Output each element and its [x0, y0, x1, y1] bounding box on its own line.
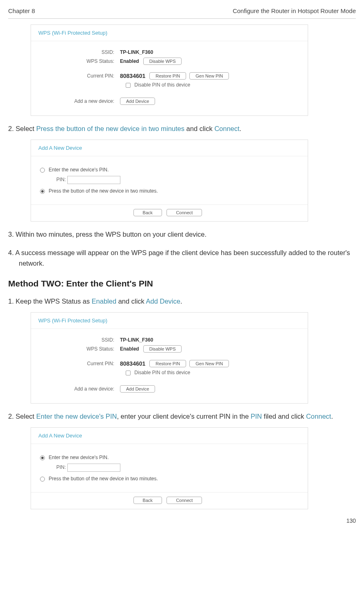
- disable-wps-button[interactable]: Disable WPS: [143, 58, 182, 65]
- radio-press-button-2[interactable]: [40, 477, 45, 482]
- add-device-label: Add a new device:: [38, 98, 120, 104]
- disable-wps-button-2[interactable]: Disable WPS: [143, 345, 182, 353]
- wps-status-label: WPS Status:: [38, 58, 120, 64]
- add-device-panel-2: Add A New Device Enter the new device's …: [31, 427, 308, 509]
- highlight-enter-pin: Enter the new device's PIN: [36, 413, 117, 420]
- connect-button-2[interactable]: Connect: [166, 497, 202, 504]
- disable-pin-checkbox[interactable]: [126, 83, 131, 88]
- ssid-label-2: SSID:: [38, 337, 120, 343]
- opt-press-button-label-2: Press the button of the new device in tw…: [49, 476, 158, 482]
- highlight-add-device: Add Device: [146, 297, 180, 305]
- highlight-connect: Connect: [214, 125, 239, 132]
- pin-input-2[interactable]: [67, 464, 120, 472]
- highlight-connect-2: Connect: [306, 413, 331, 420]
- opt-enter-pin-label: Enter the new device's PIN.: [49, 167, 109, 173]
- ssid-label: SSID:: [38, 49, 120, 55]
- current-pin-label: Current PIN:: [38, 73, 120, 79]
- add-device-panel-title-2: Add A New Device: [31, 428, 308, 444]
- step-3-text: 3. Within two minutes, press the WPS but…: [8, 229, 356, 240]
- disable-pin-checkbox-2[interactable]: [126, 371, 131, 375]
- connect-button[interactable]: Connect: [166, 209, 202, 216]
- method-two-step-1: 1. Keep the WPS Status as Enabled and cl…: [8, 296, 356, 306]
- add-device-label-2: Add a new device:: [38, 386, 120, 392]
- radio-enter-pin[interactable]: [40, 168, 45, 173]
- back-button-2[interactable]: Back: [133, 497, 162, 504]
- gen-new-pin-button[interactable]: Gen New PIN: [189, 72, 229, 80]
- wps-panel-2: WPS (Wi-Fi Protected Setup) SSID: TP-LIN…: [31, 312, 308, 404]
- wps-status-value: Enabled: [120, 58, 139, 64]
- ssid-value-2: TP-LINK_F360: [120, 337, 153, 343]
- radio-press-button[interactable]: [40, 189, 45, 194]
- step-2-text: 2. Select Press the button of the new de…: [8, 123, 356, 134]
- method-two-heading: Method TWO: Enter the Client's PIN: [8, 279, 356, 289]
- method-two-step-2: 2. Select Enter the new device's PIN, en…: [8, 411, 356, 422]
- disable-pin-label: Disable PIN of this device: [134, 82, 190, 88]
- wps-panel-title-2: WPS (Wi-Fi Protected Setup): [31, 313, 308, 329]
- chapter-label: Chapter 8: [8, 7, 35, 14]
- add-device-button-2[interactable]: Add Device: [120, 385, 155, 393]
- pin-field-label: PIN:: [56, 177, 66, 183]
- add-device-panel-title: Add A New Device: [31, 140, 308, 156]
- page-number: 130: [8, 517, 356, 524]
- current-pin-value: 80834601: [120, 73, 145, 79]
- restore-pin-button-2[interactable]: Restore PIN: [149, 360, 186, 367]
- restore-pin-button[interactable]: Restore PIN: [149, 72, 186, 80]
- current-pin-value-2: 80834601: [120, 360, 145, 367]
- page-header: Chapter 8 Configure the Router in Hotspo…: [8, 0, 356, 19]
- current-pin-label-2: Current PIN:: [38, 361, 120, 366]
- wps-status-value-2: Enabled: [120, 346, 139, 352]
- gen-new-pin-button-2[interactable]: Gen New PIN: [189, 360, 229, 367]
- ssid-value: TP-LINK_F360: [120, 49, 153, 55]
- wps-panel-1: WPS (Wi-Fi Protected Setup) SSID: TP-LIN…: [31, 24, 308, 116]
- wps-panel-title: WPS (Wi-Fi Protected Setup): [31, 25, 308, 41]
- wps-status-label-2: WPS Status:: [38, 346, 120, 352]
- highlight-enabled: Enabled: [92, 297, 117, 305]
- opt-enter-pin-label-2: Enter the new device's PIN.: [49, 455, 109, 460]
- highlight-press-button: Press the button of the new device in tw…: [36, 125, 184, 132]
- step-4-text: 4. A success message will appear on the …: [8, 247, 356, 269]
- disable-pin-label-2: Disable PIN of this device: [134, 370, 190, 375]
- back-button[interactable]: Back: [133, 209, 162, 216]
- pin-field-label-2: PIN:: [56, 465, 66, 471]
- chapter-title: Configure the Router in Hotspot Router M…: [233, 7, 356, 14]
- highlight-pin: PIN: [251, 413, 262, 420]
- opt-press-button-label: Press the button of the new device in tw…: [49, 188, 158, 194]
- add-device-button[interactable]: Add Device: [120, 98, 155, 105]
- pin-input[interactable]: [67, 176, 120, 184]
- radio-enter-pin-2[interactable]: [40, 455, 45, 460]
- add-device-panel-1: Add A New Device Enter the new device's …: [31, 140, 308, 222]
